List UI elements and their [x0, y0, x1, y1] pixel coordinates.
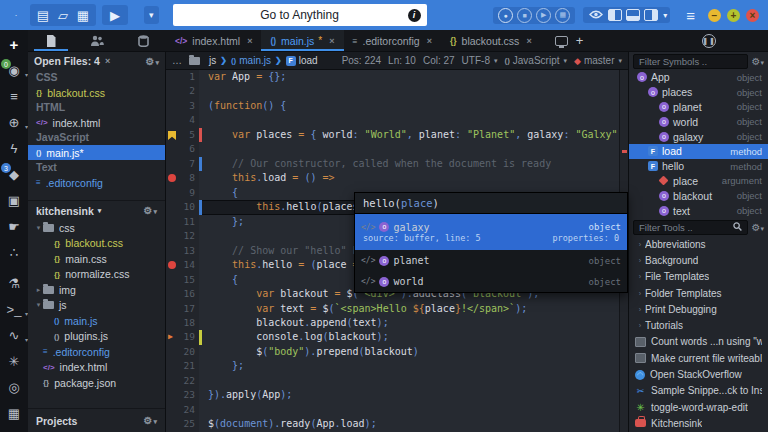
gutter-marker[interactable]	[166, 84, 179, 98]
gutter-marker[interactable]	[166, 287, 179, 301]
expand-icon[interactable]: ›	[635, 306, 645, 313]
close-button[interactable]: ×	[746, 9, 759, 22]
project-header[interactable]: kitchensink ▾ ⚙▾	[28, 200, 165, 220]
tool-item[interactable]: ◠Open StackOverflow	[629, 366, 768, 382]
editor-line[interactable]: 20 $("body").prepend(blackout)	[166, 345, 619, 359]
gutter-marker[interactable]	[166, 359, 179, 373]
editor-line[interactable]: 6	[166, 142, 619, 156]
tool-folder-Folder Templates[interactable]: ›Folder Templates	[629, 285, 768, 301]
expand-icon[interactable]: ▾	[34, 224, 43, 232]
open-file-item[interactable]: ≡.editorconfig	[28, 175, 165, 190]
browser-preview-icon[interactable]: ⊕▾	[2, 110, 26, 134]
collaboration-panel-tab[interactable]	[74, 30, 120, 51]
disk-icon[interactable]: ▦	[2, 401, 26, 425]
completion-galaxy[interactable]: </>ogalaxyobjectsource: buffer, line: 5p…	[355, 214, 627, 250]
gutter-marker[interactable]	[166, 229, 179, 243]
tree-item-main.css[interactable]: {}main.css	[28, 251, 165, 267]
tree-item-main.js[interactable]: ()main.js	[28, 313, 165, 329]
close-icon[interactable]: ×	[526, 36, 531, 46]
tree-item-index.html[interactable]: </>index.html	[28, 360, 165, 376]
toggle-bottom-pane-button[interactable]	[626, 9, 640, 21]
symbol-places[interactable]: oplacesobject	[629, 85, 768, 100]
share-icon[interactable]: ∴	[2, 240, 26, 264]
editor-line[interactable]: ▶19 console.log(blackout);	[166, 330, 619, 344]
filter-symbols-input[interactable]: Filter Symbols ..	[633, 54, 748, 69]
save-macro-icon[interactable]: ▦	[555, 8, 570, 23]
tool-item[interactable]: Make current file writeable	[629, 350, 768, 366]
places-panel-tab[interactable]	[28, 30, 74, 51]
breadcrumb-folder[interactable]: js	[209, 55, 216, 66]
gutter-marker[interactable]	[166, 171, 179, 185]
editor-line[interactable]: 23}).apply(App);	[166, 388, 619, 402]
completion-planet[interactable]: </>oplanetobject	[355, 250, 627, 271]
new-tab-button[interactable]: +	[576, 33, 584, 48]
tool-folder-File Templates[interactable]: ›File Templates	[629, 269, 768, 285]
save-icon[interactable]: ▦	[74, 5, 92, 25]
gutter-marker[interactable]	[166, 316, 179, 330]
chart-icon[interactable]: ∿▾	[2, 323, 26, 347]
gutter-marker[interactable]	[166, 417, 179, 431]
tree-item-.editorconfig[interactable]: ≡.editorconfig	[28, 344, 165, 360]
editor-line[interactable]: 8 this.load = () =>	[166, 171, 619, 185]
status-language[interactable]: JavaScript	[513, 55, 560, 66]
editor-line[interactable]: 17 var text = $(`<span>Hello ${place}!</…	[166, 302, 619, 316]
close-icon[interactable]: ×	[427, 36, 432, 46]
tool-folder-Print Debugging[interactable]: ›Print Debugging	[629, 301, 768, 317]
gutter-marker[interactable]	[166, 99, 179, 113]
maximize-button[interactable]: +	[727, 9, 740, 22]
close-icon[interactable]: ×	[247, 36, 252, 46]
pointer-icon[interactable]: ☛	[2, 214, 26, 238]
editor-line[interactable]: 4	[166, 113, 619, 127]
status-encoding[interactable]: UTF-8	[462, 55, 490, 66]
gutter-marker[interactable]	[166, 374, 179, 388]
open-folder-icon[interactable]: ▱	[54, 5, 72, 25]
gutter-marker[interactable]	[166, 113, 179, 127]
gutter-marker[interactable]	[166, 200, 179, 214]
minimize-button[interactable]: −	[708, 9, 721, 22]
symbols-gear-icon[interactable]: ⚙▾	[752, 56, 764, 67]
tree-item-normalize.css[interactable]: {}normalize.css	[28, 267, 165, 283]
syntax-status-icon[interactable]: ◉0▾	[2, 58, 26, 82]
expand-icon[interactable]: ▾	[34, 301, 43, 309]
tree-item-package.json[interactable]: {}package.json	[28, 375, 165, 391]
gutter-marker[interactable]	[166, 142, 179, 156]
run-button[interactable]: ▶	[102, 5, 128, 25]
open-files-icon[interactable]: ≡	[2, 84, 26, 108]
terminal-icon[interactable]: >_▾	[2, 297, 26, 321]
stop-icon[interactable]: ■	[517, 8, 532, 23]
tool-folder-Background[interactable]: ›Background	[629, 252, 768, 268]
info-icon[interactable]: i	[408, 9, 421, 22]
gutter-marker[interactable]	[166, 128, 179, 142]
breadcrumb-overflow[interactable]: …	[172, 55, 182, 66]
nav-caret-icon[interactable]: ·	[7, 5, 25, 25]
symbol-blackout[interactable]: oblackoutobject	[629, 188, 768, 203]
breadcrumb-symbol[interactable]: load	[299, 55, 318, 66]
editor-line[interactable]: 3(function() {	[166, 99, 619, 113]
open-files-gear-icon[interactable]: ⚙▾	[146, 56, 159, 67]
close-icon[interactable]: ×	[329, 36, 334, 46]
gutter-marker[interactable]	[166, 186, 179, 200]
open-file-item[interactable]: ()main.js*	[28, 145, 165, 160]
play-macro-icon[interactable]: ▶	[536, 8, 551, 23]
status-branch[interactable]: master	[584, 55, 615, 66]
tool-folder-Abbreviations[interactable]: ›Abbreviations	[629, 236, 768, 252]
add-icon[interactable]: +	[2, 34, 26, 54]
tab-.editorconfig[interactable]: ≡.editorconfig×	[344, 30, 441, 51]
toggle-right-pane-button[interactable]	[644, 9, 658, 21]
record-icon[interactable]: ●	[498, 8, 513, 23]
filter-tools-input[interactable]: Filter Tools ..	[633, 220, 748, 235]
expand-icon[interactable]: ›	[635, 273, 645, 280]
gutter-marker[interactable]	[166, 273, 179, 287]
flask-icon[interactable]: ⚗	[2, 271, 26, 295]
expand-icon[interactable]: ›	[635, 322, 645, 329]
editor-line[interactable]: 1var App = {};	[166, 70, 619, 84]
symbol-planet[interactable]: oplanetobject	[629, 100, 768, 115]
tab-index.html[interactable]: </>index.html×	[166, 30, 261, 51]
symbol-load[interactable]: Floadmethod	[629, 144, 768, 159]
project-gear-icon[interactable]: ⚙▾	[144, 205, 157, 216]
symbol-galaxy[interactable]: ogalaxyobject	[629, 129, 768, 144]
notifications-icon[interactable]: ◆3	[2, 162, 26, 186]
tree-item-img[interactable]: ▸img	[28, 282, 165, 298]
gutter-marker[interactable]	[166, 70, 179, 84]
gutter-marker[interactable]	[166, 244, 179, 258]
